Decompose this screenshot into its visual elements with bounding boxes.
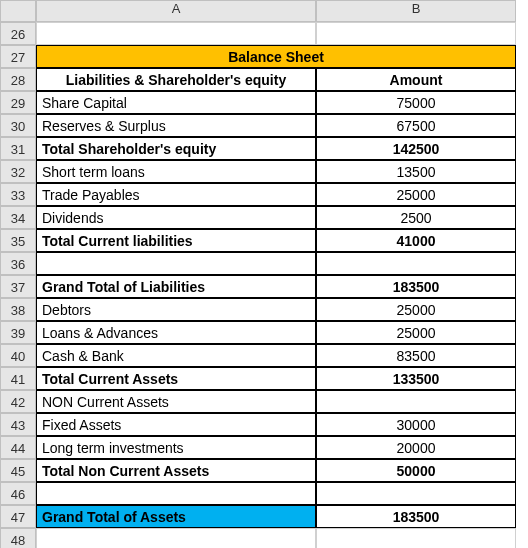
row-header[interactable]: 32 [0, 160, 36, 183]
cell-label[interactable]: Trade Payables [36, 183, 316, 206]
cell-amount[interactable]: 25000 [316, 183, 516, 206]
cell-amount[interactable]: 20000 [316, 436, 516, 459]
cell-label[interactable]: NON Current Assets [36, 390, 316, 413]
row-header[interactable]: 26 [0, 22, 36, 45]
row-header[interactable]: 47 [0, 505, 36, 528]
grand-total-amount[interactable]: 183500 [316, 505, 516, 528]
row-header[interactable]: 28 [0, 68, 36, 91]
grand-total-label[interactable]: Grand Total of Assets [36, 505, 316, 528]
header-b[interactable]: Amount [316, 68, 516, 91]
row-header[interactable]: 45 [0, 459, 36, 482]
title-cell[interactable]: Balance Sheet [36, 45, 516, 68]
cell[interactable] [36, 22, 316, 45]
cell-label[interactable]: Total Non Current Assets [36, 459, 316, 482]
cell-amount[interactable]: 83500 [316, 344, 516, 367]
cell[interactable] [36, 528, 316, 548]
row-header[interactable]: 27 [0, 45, 36, 68]
row-header[interactable]: 38 [0, 298, 36, 321]
row-header[interactable]: 30 [0, 114, 36, 137]
corner-cell[interactable] [0, 0, 36, 22]
cell-label[interactable]: Total Current Assets [36, 367, 316, 390]
col-header-a[interactable]: A [36, 0, 316, 22]
row-header[interactable]: 42 [0, 390, 36, 413]
cell[interactable] [316, 528, 516, 548]
col-header-b[interactable]: B [316, 0, 516, 22]
cell[interactable] [316, 252, 516, 275]
cell-amount[interactable]: 133500 [316, 367, 516, 390]
spreadsheet-grid[interactable]: A B 26 27 Balance Sheet 28 Liabilities &… [0, 0, 516, 548]
cell-amount[interactable]: 50000 [316, 459, 516, 482]
row-header[interactable]: 41 [0, 367, 36, 390]
cell-amount[interactable]: 142500 [316, 137, 516, 160]
cell-label[interactable]: Grand Total of Liabilities [36, 275, 316, 298]
cell[interactable] [316, 22, 516, 45]
cell-amount[interactable]: 25000 [316, 321, 516, 344]
cell-amount[interactable] [316, 390, 516, 413]
cell-label[interactable]: Long term investments [36, 436, 316, 459]
cell-label[interactable]: Total Current liabilities [36, 229, 316, 252]
row-header[interactable]: 33 [0, 183, 36, 206]
row-header[interactable]: 35 [0, 229, 36, 252]
row-header[interactable]: 44 [0, 436, 36, 459]
row-header[interactable]: 43 [0, 413, 36, 436]
cell-amount[interactable]: 30000 [316, 413, 516, 436]
cell-label[interactable]: Share Capital [36, 91, 316, 114]
row-header[interactable]: 31 [0, 137, 36, 160]
cell-amount[interactable]: 13500 [316, 160, 516, 183]
row-header[interactable]: 36 [0, 252, 36, 275]
cell-amount[interactable]: 2500 [316, 206, 516, 229]
row-header[interactable]: 29 [0, 91, 36, 114]
cell-label[interactable]: Total Shareholder's equity [36, 137, 316, 160]
row-header[interactable]: 39 [0, 321, 36, 344]
cell-label[interactable]: Fixed Assets [36, 413, 316, 436]
cell-label[interactable]: Short term loans [36, 160, 316, 183]
cell-amount[interactable]: 183500 [316, 275, 516, 298]
cell-label[interactable]: Cash & Bank [36, 344, 316, 367]
cell-label[interactable]: Debtors [36, 298, 316, 321]
row-header[interactable]: 37 [0, 275, 36, 298]
cell-amount[interactable]: 75000 [316, 91, 516, 114]
cell[interactable] [316, 482, 516, 505]
cell-label[interactable]: Reserves & Surplus [36, 114, 316, 137]
cell[interactable] [36, 482, 316, 505]
cell-amount[interactable]: 25000 [316, 298, 516, 321]
cell-amount[interactable]: 41000 [316, 229, 516, 252]
row-header[interactable]: 46 [0, 482, 36, 505]
cell[interactable] [36, 252, 316, 275]
row-header[interactable]: 40 [0, 344, 36, 367]
cell-label[interactable]: Loans & Advances [36, 321, 316, 344]
cell-label[interactable]: Dividends [36, 206, 316, 229]
row-header[interactable]: 34 [0, 206, 36, 229]
row-header[interactable]: 48 [0, 528, 36, 548]
header-a[interactable]: Liabilities & Shareholder's equity [36, 68, 316, 91]
cell-amount[interactable]: 67500 [316, 114, 516, 137]
